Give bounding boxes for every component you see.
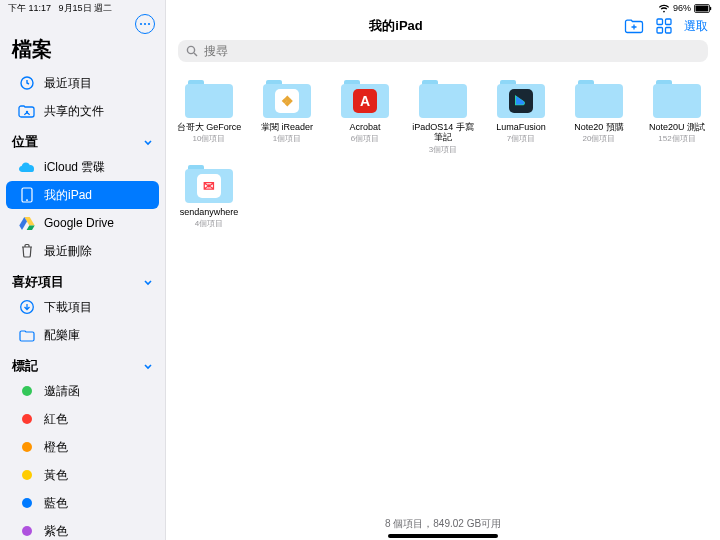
search-icon bbox=[186, 45, 198, 57]
folder-item[interactable]: AAcrobat6個項目 bbox=[328, 80, 402, 155]
svg-rect-12 bbox=[666, 19, 672, 25]
folder-item[interactable]: Note20U 測試152個項目 bbox=[640, 80, 714, 155]
sidebar-item-label: 紅色 bbox=[44, 411, 68, 428]
folder-icon bbox=[653, 80, 701, 118]
sidebar-gdrive[interactable]: Google Drive bbox=[6, 209, 159, 237]
folder-subtitle: 3個項目 bbox=[429, 144, 457, 155]
sidebar-downloads[interactable]: 下載項目 bbox=[6, 293, 159, 321]
folder-item[interactable]: ✉sendanywhere4個項目 bbox=[172, 165, 246, 229]
sidebar-tag-yellow[interactable]: 黃色 bbox=[6, 461, 159, 489]
sidebar-shared[interactable]: 共享的文件 bbox=[6, 97, 159, 125]
chevron-down-icon bbox=[143, 277, 153, 287]
sidebar-item-label: iCloud 雲碟 bbox=[44, 159, 105, 176]
clock-icon bbox=[18, 74, 36, 92]
folder-name: 掌閱 iReader bbox=[261, 122, 313, 132]
sidebar-item-label: 邀請函 bbox=[44, 383, 80, 400]
folder-name: Note20 預購 bbox=[574, 122, 624, 132]
folder-icon bbox=[419, 80, 467, 118]
sidebar-title: 檔案 bbox=[0, 34, 165, 69]
search-input[interactable] bbox=[204, 44, 700, 58]
folder-subtitle: 7個項目 bbox=[507, 133, 535, 144]
folder-item[interactable]: LumaFusion7個項目 bbox=[484, 80, 558, 155]
folder-item[interactable]: ❖掌閱 iReader1個項目 bbox=[250, 80, 324, 155]
folder-icon: A bbox=[341, 80, 389, 118]
sidebar-item-label: 共享的文件 bbox=[44, 103, 104, 120]
status-time: 下午 11:17 bbox=[8, 3, 51, 13]
folder-icon: ✉ bbox=[185, 165, 233, 203]
folder-subtitle: 6個項目 bbox=[351, 133, 379, 144]
icloud-icon bbox=[18, 158, 36, 176]
tag-dot-icon bbox=[18, 522, 36, 540]
google-drive-icon bbox=[18, 214, 36, 232]
folder-icon bbox=[497, 80, 545, 118]
folder-name: Note20U 測試 bbox=[649, 122, 705, 132]
svg-rect-14 bbox=[666, 28, 672, 34]
svg-point-0 bbox=[140, 23, 142, 25]
folder-icon bbox=[18, 326, 36, 344]
sidebar-tag-blue[interactable]: 藍色 bbox=[6, 489, 159, 517]
battery-percent: 96% bbox=[673, 3, 691, 13]
folder-name: Acrobat bbox=[349, 122, 380, 132]
sidebar-audio[interactable]: 配樂庫 bbox=[6, 321, 159, 349]
sidebar-item-label: 橙色 bbox=[44, 439, 68, 456]
battery-icon bbox=[694, 4, 712, 13]
status-bar-right: 96% bbox=[166, 0, 720, 14]
sidebar-item-label: 最近項目 bbox=[44, 75, 92, 92]
sidebar-icloud[interactable]: iCloud 雲碟 bbox=[6, 153, 159, 181]
home-indicator[interactable] bbox=[388, 534, 498, 538]
sidebar-item-label: 最近刪除 bbox=[44, 243, 92, 260]
svg-point-1 bbox=[144, 23, 146, 25]
ipad-icon bbox=[18, 186, 36, 204]
trash-icon bbox=[18, 242, 36, 260]
wifi-icon bbox=[658, 4, 670, 13]
sidebar-section-tags[interactable]: 標記 bbox=[0, 349, 165, 377]
folder-name: 台哥大 GeForce bbox=[177, 122, 242, 132]
sidebar-tag-red[interactable]: 紅色 bbox=[6, 405, 159, 433]
main-header: 我的iPad 選取 bbox=[166, 14, 720, 40]
new-folder-button[interactable] bbox=[624, 16, 644, 36]
view-mode-button[interactable] bbox=[654, 16, 674, 36]
sidebar-item-label: 下載項目 bbox=[44, 299, 92, 316]
status-date: 9月15日 週二 bbox=[59, 3, 113, 13]
svg-line-16 bbox=[194, 53, 197, 56]
tag-dot-icon bbox=[18, 382, 36, 400]
folder-icon bbox=[185, 80, 233, 118]
sidebar: 下午 11:17 9月15日 週二 檔案 最近項目 共享的文件 位置 bbox=[0, 0, 166, 540]
svg-point-15 bbox=[187, 46, 194, 53]
sidebar-tag-purple[interactable]: 紫色 bbox=[6, 517, 159, 540]
select-button[interactable]: 選取 bbox=[684, 18, 708, 35]
folder-subtitle: 20個項目 bbox=[583, 133, 616, 144]
folder-item[interactable]: Note20 預購20個項目 bbox=[562, 80, 636, 155]
header-title: 我的iPad bbox=[178, 17, 614, 35]
folder-name: iPadOS14 手寫筆記 bbox=[408, 122, 478, 143]
sidebar-section-locations[interactable]: 位置 bbox=[0, 125, 165, 153]
folder-icon: ❖ bbox=[263, 80, 311, 118]
sidebar-item-label: 黃色 bbox=[44, 467, 68, 484]
shared-folder-icon bbox=[18, 102, 36, 120]
folder-subtitle: 1個項目 bbox=[273, 133, 301, 144]
folder-name: sendanywhere bbox=[180, 207, 239, 217]
sidebar-tag-invite[interactable]: 邀請函 bbox=[6, 377, 159, 405]
svg-rect-11 bbox=[657, 19, 663, 25]
footer-status: 8 個項目，849.02 GB可用 bbox=[166, 513, 720, 533]
sidebar-more-button[interactable] bbox=[135, 14, 155, 34]
sidebar-tag-orange[interactable]: 橙色 bbox=[6, 433, 159, 461]
search-bar[interactable] bbox=[178, 40, 708, 62]
sidebar-trash[interactable]: 最近刪除 bbox=[6, 237, 159, 265]
sidebar-item-label: Google Drive bbox=[44, 216, 114, 230]
folder-name: LumaFusion bbox=[496, 122, 546, 132]
folder-icon bbox=[575, 80, 623, 118]
status-bar-left: 下午 11:17 9月15日 週二 bbox=[0, 0, 165, 14]
svg-point-2 bbox=[148, 23, 150, 25]
main-pane: 96% 我的iPad 選取 台哥大 GeForce10個項目❖掌閱 iReade… bbox=[166, 0, 720, 540]
tag-dot-icon bbox=[18, 410, 36, 428]
sidebar-ipad[interactable]: 我的iPad bbox=[6, 181, 159, 209]
tag-dot-icon bbox=[18, 466, 36, 484]
sidebar-recent[interactable]: 最近項目 bbox=[6, 69, 159, 97]
folder-grid: 台哥大 GeForce10個項目❖掌閱 iReader1個項目AAcrobat6… bbox=[166, 70, 720, 513]
download-icon bbox=[18, 298, 36, 316]
sidebar-section-favorites[interactable]: 喜好項目 bbox=[0, 265, 165, 293]
folder-item[interactable]: iPadOS14 手寫筆記3個項目 bbox=[406, 80, 480, 155]
folder-item[interactable]: 台哥大 GeForce10個項目 bbox=[172, 80, 246, 155]
sidebar-item-label: 藍色 bbox=[44, 495, 68, 512]
